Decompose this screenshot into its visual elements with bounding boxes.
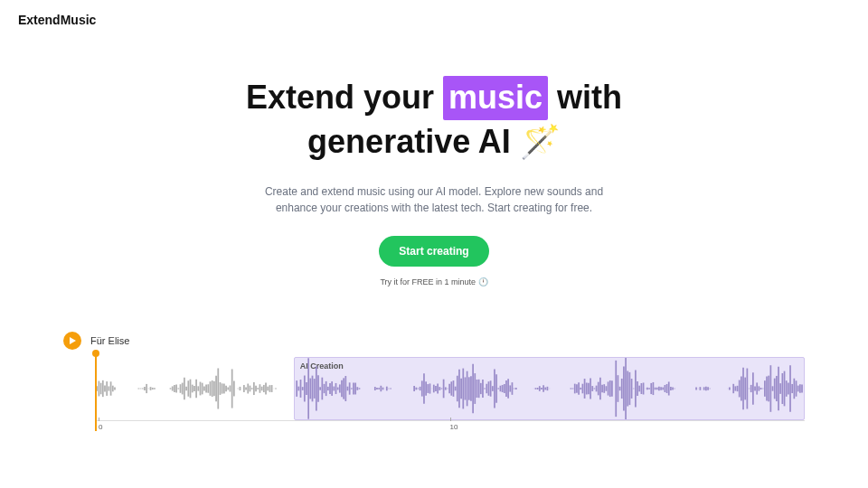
playhead[interactable] [95, 353, 97, 431]
header: ExtendMusic [0, 0, 868, 40]
original-waveform [95, 357, 294, 420]
track-preview: Für Elise AI Creation 0 10 [63, 332, 805, 433]
ai-waveform [295, 358, 804, 419]
start-creating-button[interactable]: Start creating [379, 236, 488, 267]
logo[interactable]: ExtendMusic [18, 13, 850, 27]
title-before: Extend your [246, 79, 443, 116]
tick-10: 10 [450, 423, 458, 431]
cta-note: Try it for FREE in 1 minute 🕛 [0, 277, 868, 286]
ai-zone: AI Creation [294, 357, 805, 420]
play-button[interactable] [63, 332, 81, 350]
track-name: Für Elise [90, 335, 129, 346]
tick-0: 0 [99, 423, 102, 431]
hero-section: Extend your music with generative AI 🪄 C… [0, 76, 868, 286]
play-icon [70, 337, 76, 344]
title-highlight: music [443, 76, 548, 120]
waveform-area[interactable]: AI Creation [95, 357, 805, 420]
original-zone [95, 357, 294, 420]
hero-title: Extend your music with generative AI 🪄 [199, 76, 669, 164]
timeline-ruler: 0 10 [95, 420, 805, 433]
title-emoji: 🪄 [520, 123, 561, 160]
hero-subtitle: Create and extend music using our AI mod… [253, 183, 615, 216]
